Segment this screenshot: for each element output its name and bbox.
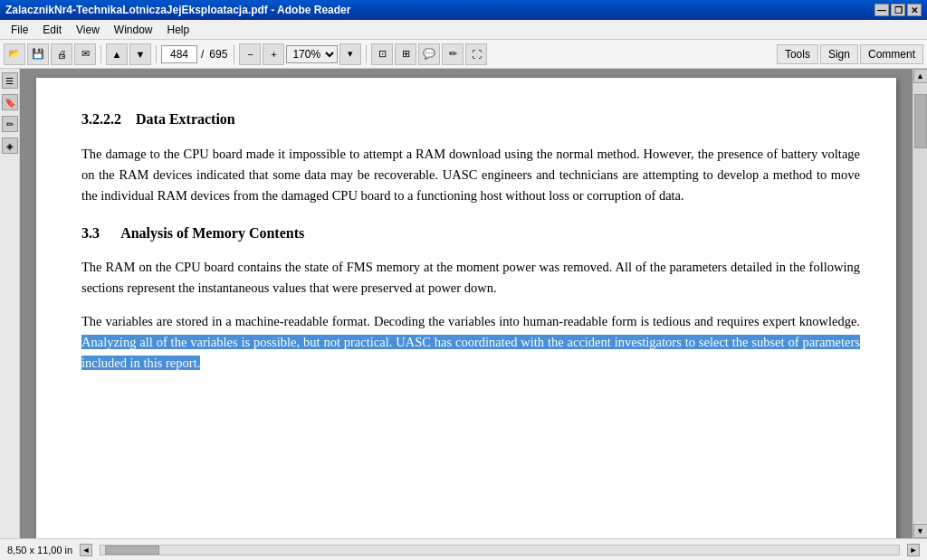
- toolbar: 📂 💾 🖨 ✉ ▲ ▼ / 695 − + 170% 100% 150% 200…: [0, 40, 927, 69]
- menu-view[interactable]: View: [69, 22, 107, 38]
- prev-page-icon[interactable]: ▲: [106, 43, 128, 65]
- zoom-in-icon[interactable]: +: [263, 43, 284, 65]
- sep3: [234, 45, 234, 63]
- print-icon[interactable]: 🖨: [51, 43, 72, 65]
- comment-button[interactable]: Comment: [860, 44, 923, 64]
- left-sidebar: ☰ 🔖 ✏ ◈: [0, 69, 20, 538]
- sidebar-annotation-icon[interactable]: ✏: [2, 116, 18, 132]
- status-bar: 8,50 x 11,00 in ◄ ►: [0, 538, 927, 560]
- menu-edit[interactable]: Edit: [35, 22, 69, 38]
- restore-button[interactable]: ❐: [891, 4, 905, 16]
- window-title: ZalacznikNr4-TechnikaLotniczaJejEksploat…: [5, 4, 874, 16]
- window-controls: — ❐ ✕: [874, 4, 922, 16]
- page-separator: /: [199, 48, 205, 61]
- menu-window[interactable]: Window: [107, 22, 160, 38]
- paragraph-2: The RAM on the CPU board contains the st…: [81, 257, 860, 299]
- fit-width-icon[interactable]: ⊞: [395, 43, 416, 65]
- paragraph-3: The variables are stored in a machine-re…: [81, 311, 860, 374]
- pdf-area[interactable]: 3.2.2.2 Data Extraction The damage to th…: [20, 69, 913, 538]
- sidebar-bookmark-icon[interactable]: 🔖: [2, 94, 18, 110]
- section-title-data-extraction: Data Extraction: [136, 111, 235, 127]
- sep1: [100, 45, 101, 63]
- paragraph-3-highlighted: Analyzing all of the variables is possib…: [81, 335, 860, 370]
- section-number-3-2-2-2: 3.2.2.2: [81, 111, 121, 127]
- zoom-dropdown-icon[interactable]: ▾: [339, 43, 361, 65]
- section-heading-3-3: 3.3 Analysis of Memory Contents: [81, 223, 860, 245]
- comment-icon[interactable]: 💬: [418, 43, 440, 65]
- scroll-up-arrow[interactable]: ▲: [913, 69, 928, 83]
- edit-icon[interactable]: ✏: [442, 43, 464, 65]
- fit-page-icon[interactable]: ⊡: [371, 43, 393, 65]
- section-heading-3-2-2-2: 3.2.2.2 Data Extraction: [81, 109, 860, 131]
- paragraph-1: The damage to the CPU board made it impo…: [81, 144, 860, 206]
- page-number-input[interactable]: [161, 45, 197, 63]
- sidebar-layers-icon[interactable]: ◈: [2, 138, 18, 154]
- toolbar-right: Tools Sign Comment: [777, 44, 923, 64]
- menu-bar: File Edit View Window Help: [0, 20, 927, 40]
- open-icon[interactable]: 📂: [4, 43, 25, 65]
- section-title-analysis: Analysis of Memory Contents: [120, 225, 304, 241]
- section-number-3-3: 3.3: [81, 225, 100, 241]
- scroll-thumb[interactable]: [914, 94, 927, 148]
- scroll-left-arrow[interactable]: ◄: [80, 544, 92, 556]
- zoom-select[interactable]: 170% 100% 150% 200%: [286, 45, 338, 63]
- horizontal-scroll-thumb[interactable]: [105, 546, 159, 555]
- scroll-track[interactable]: [914, 85, 927, 522]
- crop-icon[interactable]: ⛶: [465, 43, 487, 65]
- zoom-out-icon[interactable]: −: [239, 43, 261, 65]
- menu-help[interactable]: Help: [160, 22, 197, 38]
- minimize-button[interactable]: —: [874, 4, 889, 16]
- scroll-right-arrow[interactable]: ►: [907, 544, 920, 556]
- email-icon[interactable]: ✉: [74, 43, 96, 65]
- title-bar: ZalacznikNr4-TechnikaLotniczaJejEksploat…: [0, 0, 927, 20]
- scroll-down-arrow[interactable]: ▼: [913, 524, 928, 538]
- sidebar-nav-icon[interactable]: ☰: [2, 72, 18, 89]
- close-button[interactable]: ✕: [907, 4, 922, 16]
- next-page-icon[interactable]: ▼: [129, 43, 151, 65]
- tools-button[interactable]: Tools: [777, 44, 818, 64]
- menu-file[interactable]: File: [4, 22, 35, 38]
- horizontal-scroll-track[interactable]: [100, 545, 900, 555]
- paragraph-3-normal: The variables are stored in a machine-re…: [81, 314, 860, 328]
- right-scrollbar[interactable]: ▲ ▼: [913, 69, 927, 538]
- page-dimensions: 8,50 x 11,00 in: [7, 545, 80, 555]
- sign-button[interactable]: Sign: [820, 44, 858, 64]
- save-icon[interactable]: 💾: [27, 43, 49, 65]
- main-layout: ☰ 🔖 ✏ ◈ 3.2.2.2 Data Extraction The dama…: [0, 69, 927, 538]
- page-total: 695: [207, 48, 229, 61]
- sep2: [156, 45, 157, 63]
- sep4: [366, 45, 367, 63]
- pdf-page: 3.2.2.2 Data Extraction The damage to th…: [36, 78, 896, 538]
